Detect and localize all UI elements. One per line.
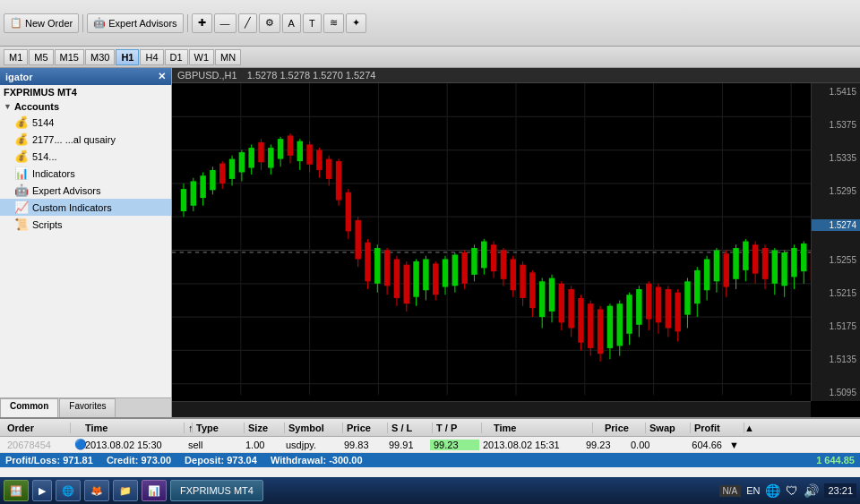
tf-w1[interactable]: W1 (189, 49, 215, 65)
taskbar-app-1[interactable]: ▶ (32, 480, 52, 501)
properties-button[interactable]: ⚙ (259, 13, 280, 33)
price-1.5255: 1.5255 (812, 255, 860, 265)
scripts-icon: 📜 (14, 218, 29, 231)
new-order-button[interactable]: 📋 New Order (4, 13, 79, 33)
svg-rect-105 (588, 303, 593, 348)
text-button[interactable]: A (282, 13, 301, 33)
col-type: Type (193, 423, 245, 433)
main-toolbar: 📋 New Order 🤖 Expert Advisors ✚ — ╱ ⚙ A … (0, 0, 860, 47)
col-sort-time: ↑ (185, 423, 193, 433)
svg-rect-103 (578, 298, 583, 343)
tf-m1[interactable]: M1 (4, 49, 28, 65)
col-time2: Time (490, 423, 593, 433)
trend-button[interactable]: T (303, 13, 322, 33)
svg-rect-37 (258, 142, 263, 162)
col-symbol: Symbol (285, 423, 343, 433)
svg-rect-23 (191, 181, 196, 205)
account-label-1: 5144 (32, 117, 54, 128)
templates-button[interactable]: ✦ (346, 13, 366, 33)
col-time: Time (82, 423, 185, 433)
chart-main[interactable]: 25 Jul 2013 25 Jul 23:00 26 Jul 15:00 29… (172, 83, 860, 417)
account-label-3: 514... (32, 151, 57, 162)
platform-label: FXPRIMUS MT4 (0, 85, 171, 99)
svg-rect-39 (268, 148, 273, 167)
price-1.5335: 1.5335 (812, 153, 860, 163)
svg-rect-123 (675, 293, 680, 332)
svg-rect-65 (394, 259, 400, 298)
taskbar: 🪟 ▶ 🌐 🦊 📁 📊 FXPRIMUS MT4 N/A EN 🌐 🛡 🔊 23… (0, 477, 860, 504)
svg-rect-51 (326, 159, 331, 179)
timeframe-bar: M1 M5 M15 M30 H1 H4 D1 W1 MN (0, 47, 860, 68)
svg-rect-129 (704, 259, 710, 290)
tf-m5[interactable]: M5 (29, 49, 53, 65)
expert-advisors-nav-label: Expert Advisors (32, 185, 100, 196)
tf-mn[interactable]: MN (215, 49, 241, 65)
custom-indicators-item[interactable]: 📈 Custom Indicators (0, 199, 171, 216)
nav-tab-common[interactable]: Common (0, 398, 58, 417)
zoom-in-button[interactable]: ╱ (238, 13, 257, 33)
price-1.5135: 1.5135 (812, 355, 860, 364)
tf-m15[interactable]: M15 (55, 49, 84, 65)
indicators-button[interactable]: ≋ (323, 13, 344, 33)
toolbar-sep-2 (187, 14, 188, 32)
tf-h1[interactable]: H1 (116, 49, 139, 65)
account-icon-3: 💰 (14, 149, 29, 163)
account-514[interactable]: 💰 514... (0, 148, 171, 165)
price-1.5375: 1.5375 (812, 120, 860, 130)
taskbar-active-app[interactable]: FXPRIMUS MT4 (170, 480, 263, 501)
nav-tab-favorites[interactable]: Favorites (59, 398, 116, 417)
svg-rect-29 (219, 164, 225, 184)
taskbar-app-4[interactable]: 📁 (113, 480, 138, 501)
expert-advisors-item[interactable]: 🤖 Expert Advisors (0, 182, 171, 199)
svg-rect-85 (491, 244, 496, 271)
tf-h4[interactable]: H4 (140, 49, 163, 65)
cell-order: 20678454 (4, 440, 71, 450)
accounts-section[interactable]: ▼ Accounts (0, 99, 171, 114)
svg-rect-79 (461, 252, 467, 284)
language-label: EN (746, 485, 760, 496)
taskbar-app-3[interactable]: 🦊 (84, 480, 109, 501)
new-order-icon: 📋 (10, 17, 22, 29)
crosshair-button[interactable]: ✚ (192, 13, 212, 33)
tf-d1[interactable]: D1 (165, 49, 188, 65)
taskbar-app-2[interactable]: 🌐 (56, 480, 81, 501)
expert-advisors-icon: 🤖 (93, 17, 106, 29)
expert-advisors-button[interactable]: 🤖 Expert Advisors (87, 13, 183, 33)
cell-scrollbtn: ▼ (726, 440, 740, 450)
chart-title: GBPUSD.,H1 1.5278 1.5278 1.5270 1.5274 (172, 68, 860, 83)
account-5144[interactable]: 💰 5144 (0, 114, 171, 131)
col-price2: Price (601, 423, 646, 433)
svg-rect-127 (694, 270, 700, 303)
svg-rect-49 (316, 150, 322, 170)
svg-rect-57 (355, 220, 360, 260)
svg-rect-119 (656, 287, 661, 323)
na-badge: N/A (719, 485, 742, 497)
svg-rect-149 (801, 243, 806, 271)
scripts-label: Scripts (32, 219, 63, 230)
indicators-item[interactable]: 📊 Indicators (0, 165, 171, 182)
svg-rect-45 (297, 141, 303, 161)
svg-rect-73 (433, 263, 438, 295)
zoom-out-button[interactable]: — (214, 13, 236, 33)
svg-rect-115 (636, 289, 641, 325)
svg-rect-21 (181, 189, 186, 211)
taskbar-mt4-app[interactable]: 📊 (142, 480, 167, 501)
price-1.5175: 1.5175 (812, 321, 860, 331)
orders-data-row: 20678454 🔵 2013.08.02 15:30 sell 1.00 us… (0, 437, 860, 453)
col-order: Order (4, 423, 71, 433)
tf-m30[interactable]: M30 (85, 49, 115, 65)
scripts-item[interactable]: 📜 Scripts (0, 216, 171, 233)
main-content: igator ✕ FXPRIMUS MT4 ▼ Accounts 💰 5144 … (0, 68, 860, 417)
svg-rect-145 (781, 252, 787, 286)
withdrawal-label: Withdrawal: -300.00 (271, 455, 363, 466)
svg-rect-135 (733, 248, 738, 279)
custom-indicators-icon: 📈 (14, 201, 29, 214)
price-axis: 1.5415 1.5375 1.5335 1.5295 1.5274 1.525… (811, 83, 860, 401)
start-button[interactable]: 🪟 (4, 480, 29, 501)
navigator-close-icon[interactable]: ✕ (158, 71, 166, 82)
col-swap: Swap (646, 423, 691, 433)
account-2177[interactable]: 💰 2177... ...al qusairy (0, 131, 171, 148)
current-price-label: 1.5274 (812, 219, 860, 231)
navigator-bottom-tabs: Common Favorites (0, 397, 171, 417)
svg-rect-83 (481, 242, 486, 269)
